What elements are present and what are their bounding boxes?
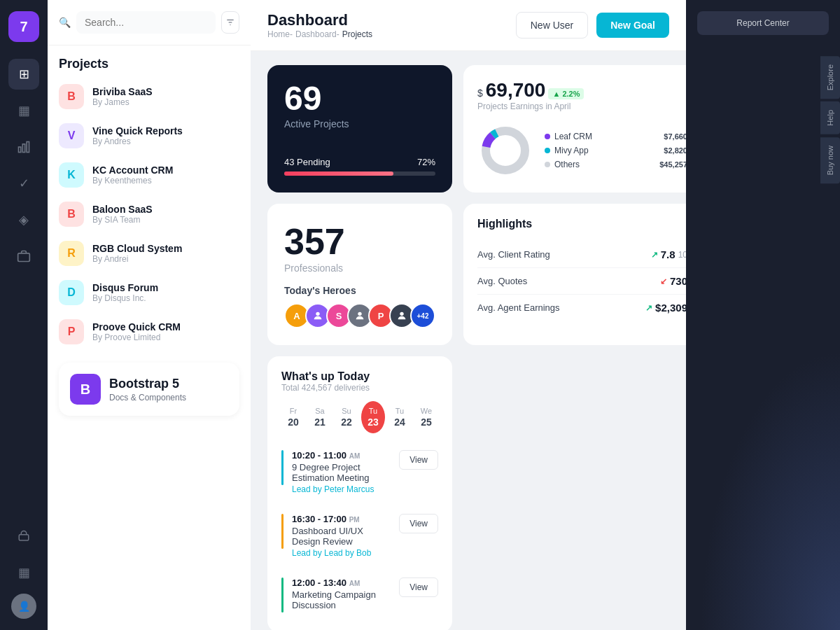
sidebar-avatar[interactable]: 7 bbox=[8, 11, 39, 42]
user-avatar[interactable]: 👤 bbox=[11, 594, 36, 619]
help-tab[interactable]: Help bbox=[820, 102, 840, 134]
highlight-row-rating: Avg. Client Rating ↗ 7.8 10 bbox=[477, 241, 686, 268]
avatar-more: +42 bbox=[410, 303, 435, 328]
legend-item-leaf: Leaf CRM $7,660 bbox=[545, 132, 686, 141]
search-input[interactable] bbox=[76, 11, 216, 34]
highlight-row-quotes: Avg. Quotes ↙ 730 bbox=[477, 268, 686, 295]
project-name: Vine Quick Reports bbox=[92, 125, 239, 136]
project-by: By Andrei bbox=[92, 254, 239, 264]
dollar-sign: $ bbox=[477, 88, 483, 99]
avatars-row: A S P +42 bbox=[284, 303, 435, 328]
event-time-2: 12:00 - 13:40 AM bbox=[292, 578, 391, 588]
earnings-card: $ 69,700 ▲ 2.2% Projects Earnings in Apr… bbox=[463, 65, 686, 192]
highlights-card: Highlights Avg. Client Rating ↗ 7.8 10 A… bbox=[463, 204, 686, 345]
sidebar-icon-grid[interactable]: ▦ bbox=[8, 95, 39, 126]
project-by: By James bbox=[92, 97, 239, 107]
project-logo-proove: P bbox=[59, 319, 84, 344]
cal-day-23[interactable]: Tu23 bbox=[361, 401, 385, 433]
heroes-section: Today's Heroes A S P +42 bbox=[284, 285, 435, 328]
project-item-disqus[interactable]: D Disqus Forum By Disqus Inc. bbox=[48, 273, 251, 312]
sidebar-icon-grid2[interactable]: ▦ bbox=[8, 557, 39, 588]
main-content: Dashboard Home- Dashboard- Projects New … bbox=[251, 0, 686, 630]
docs-link[interactable]: Docs & Components bbox=[109, 393, 186, 402]
event-time-1: 16:30 - 17:00 PM bbox=[292, 514, 391, 524]
filter-button[interactable] bbox=[221, 11, 239, 34]
event-info-1: 16:30 - 17:00 PM Dashboard UI/UX Design … bbox=[292, 514, 391, 558]
event-item-2: 12:00 - 13:40 AM Marketing Campaign Disc… bbox=[281, 572, 438, 618]
bootstrap-banner[interactable]: B Bootstrap 5 Docs & Components bbox=[59, 363, 239, 416]
cal-day-20[interactable]: Fr20 bbox=[281, 401, 305, 433]
active-projects-label: Active Projects bbox=[284, 118, 435, 130]
schedule-header: What's up Today Total 424,567 deliveries bbox=[281, 370, 438, 393]
cal-day-24[interactable]: Tu24 bbox=[388, 401, 412, 433]
project-by: By Keenthemes bbox=[92, 176, 239, 186]
project-item-vine[interactable]: V Vine Quick Reports By Andres bbox=[48, 116, 251, 155]
project-logo-vine: V bbox=[59, 123, 84, 148]
view-button-0[interactable]: View bbox=[399, 450, 438, 470]
event-list: 10:20 - 11:00 AM 9 Degree Project Estima… bbox=[281, 444, 438, 618]
calendar-row: Fr20 Sa21 Su22 Tu23 Tu24 We25 bbox=[281, 401, 438, 433]
cal-day-25[interactable]: We25 bbox=[414, 401, 438, 433]
project-item-proove[interactable]: P Proove Quick CRM By Proove Limited bbox=[48, 312, 251, 351]
sidebar-icon-layers[interactable]: ◈ bbox=[8, 204, 39, 235]
event-bar-1 bbox=[281, 514, 284, 549]
projects-panel: 🔍 Projects B Briviba SaaS By James V Vin… bbox=[48, 0, 251, 630]
dashboard-area: 69 Active Projects 43 Pending 72% $ 69,7… bbox=[251, 51, 686, 630]
sidebar-icon-settings[interactable] bbox=[8, 521, 39, 552]
event-item-0: 10:20 - 11:00 AM 9 Degree Project Estima… bbox=[281, 444, 438, 500]
view-button-1[interactable]: View bbox=[399, 514, 438, 533]
donut-area: Leaf CRM $7,660 Mivy App $2,820 Others $… bbox=[477, 122, 686, 178]
project-item-baloon[interactable]: B Baloon SaaS By SIA Team bbox=[48, 195, 251, 234]
event-info-0: 10:20 - 11:00 AM 9 Degree Project Estima… bbox=[292, 450, 391, 494]
highlight-value: ↙ 730 bbox=[660, 275, 686, 287]
view-button-2[interactable]: View bbox=[399, 578, 438, 597]
cal-day-21[interactable]: Sa21 bbox=[308, 401, 332, 433]
breadcrumb: Home- Dashboard- Projects bbox=[267, 29, 372, 39]
project-logo-briviba: B bbox=[59, 84, 84, 109]
up-arrow-icon: ↗ bbox=[645, 303, 652, 313]
event-info-2: 12:00 - 13:40 AM Marketing Campaign Disc… bbox=[292, 578, 391, 610]
highlight-label: Avg. Agent Earnings bbox=[477, 302, 560, 313]
project-by: By SIA Team bbox=[92, 215, 239, 225]
buy-now-tab[interactable]: Buy now bbox=[820, 137, 840, 183]
project-by: By Disqus Inc. bbox=[92, 293, 239, 303]
svg-point-11 bbox=[316, 312, 319, 316]
search-bar: 🔍 bbox=[48, 0, 251, 46]
explore-tab[interactable]: Explore bbox=[820, 56, 840, 99]
highlight-value: ↗ $2,309 bbox=[645, 302, 686, 314]
right-panel: Report Center Explore Help Buy now bbox=[686, 0, 840, 630]
highlight-label: Avg. Quotes bbox=[477, 276, 527, 286]
legend-item-mivy: Mivy App $2,820 bbox=[545, 146, 686, 155]
progress-bar-bg bbox=[284, 172, 435, 176]
svg-rect-2 bbox=[27, 142, 29, 153]
pending-label: 43 Pending bbox=[284, 157, 330, 167]
event-lead-0: Lead by Peter Marcus bbox=[292, 484, 391, 494]
schedule-subtitle: Total 424,567 deliveries bbox=[281, 383, 438, 393]
page-title: Dashboard bbox=[267, 11, 372, 29]
project-by: By Andres bbox=[92, 136, 239, 146]
sidebar-icon-check[interactable]: ✓ bbox=[8, 168, 39, 199]
sidebar-icon-dashboard[interactable]: ⊞ bbox=[8, 59, 39, 90]
sidebar-icon-briefcase[interactable] bbox=[8, 241, 39, 272]
project-item-kc[interactable]: K KC Account CRM By Keenthemes bbox=[48, 155, 251, 195]
project-name: RGB Cloud System bbox=[92, 243, 239, 254]
highlight-row-earnings: Avg. Agent Earnings ↗ $2,309 bbox=[477, 295, 686, 321]
cal-day-22[interactable]: Su22 bbox=[335, 401, 358, 433]
header-left: Dashboard Home- Dashboard- Projects bbox=[267, 11, 372, 39]
svg-rect-3 bbox=[18, 253, 30, 262]
project-item-briviba[interactable]: B Briviba SaaS By James bbox=[48, 77, 251, 116]
project-name: KC Account CRM bbox=[92, 164, 239, 176]
event-bar-0 bbox=[281, 450, 284, 485]
svg-rect-4 bbox=[19, 535, 29, 540]
earnings-amount: $ 69,700 ▲ 2.2% bbox=[477, 79, 686, 102]
project-name: Briviba SaaS bbox=[92, 86, 239, 97]
sidebar-icon-chart[interactable] bbox=[8, 132, 39, 162]
progress-section: 43 Pending 72% bbox=[284, 157, 435, 176]
progress-pct: 72% bbox=[417, 157, 435, 167]
new-goal-button[interactable]: New Goal bbox=[596, 13, 669, 38]
project-logo-rgb: R bbox=[59, 241, 84, 266]
project-name: Disqus Forum bbox=[92, 282, 239, 293]
new-user-button[interactable]: New User bbox=[516, 12, 588, 38]
project-item-rgb[interactable]: R RGB Cloud System By Andrei bbox=[48, 234, 251, 273]
report-center-button[interactable]: Report Center bbox=[697, 11, 829, 35]
